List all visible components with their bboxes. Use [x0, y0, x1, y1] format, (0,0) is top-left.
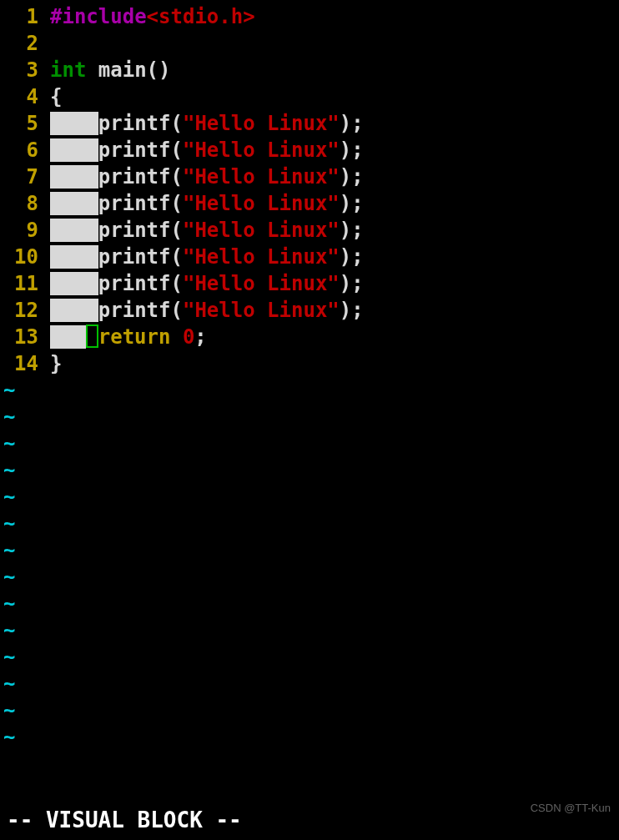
- line-number: 11: [0, 270, 50, 297]
- code-line[interactable]: 13 return 0;: [0, 324, 619, 350]
- paren-token: (: [171, 192, 183, 215]
- tilde-icon: ~: [0, 591, 15, 617]
- empty-line: ~: [0, 430, 619, 457]
- string-token: "Hello Linux": [183, 219, 340, 242]
- line-number: 6: [0, 137, 50, 163]
- watermark-text: CSDN @TT-Kun: [531, 795, 611, 822]
- cursor: [86, 324, 98, 348]
- code-line[interactable]: 2: [0, 30, 619, 57]
- paren-token: );: [340, 138, 364, 162]
- code-content[interactable]: int main(): [50, 57, 619, 83]
- function-token: printf: [98, 192, 171, 215]
- line-number: 2: [0, 30, 50, 57]
- code-content[interactable]: printf("Hello Linux");: [50, 270, 619, 297]
- empty-line: ~: [0, 511, 619, 537]
- space-token: [170, 325, 182, 349]
- empty-line: ~: [0, 484, 619, 511]
- line-number: 5: [0, 110, 50, 137]
- code-editor[interactable]: 1 #include<stdio.h> 2 3 int main() 4 { 5…: [0, 3, 619, 751]
- function-token: printf: [98, 112, 171, 135]
- code-content[interactable]: printf("Hello Linux");: [50, 297, 619, 324]
- code-content[interactable]: [50, 30, 619, 57]
- paren-token: );: [340, 192, 364, 215]
- visual-selection[interactable]: [50, 138, 98, 162]
- code-line[interactable]: 12 printf("Hello Linux");: [0, 297, 619, 324]
- paren-token: );: [340, 165, 364, 189]
- visual-selection[interactable]: [50, 165, 98, 189]
- function-token: printf: [98, 245, 171, 269]
- tilde-icon: ~: [0, 537, 15, 564]
- visual-selection[interactable]: [50, 272, 98, 295]
- code-content[interactable]: printf("Hello Linux");: [50, 163, 619, 190]
- brace-token: }: [50, 352, 62, 375]
- string-token: "Hello Linux": [183, 165, 340, 189]
- visual-selection[interactable]: [50, 245, 98, 269]
- code-line[interactable]: 11 printf("Hello Linux");: [0, 270, 619, 297]
- visual-selection[interactable]: [50, 325, 86, 349]
- code-line[interactable]: 5 printf("Hello Linux");: [0, 110, 619, 137]
- tilde-icon: ~: [0, 697, 15, 724]
- ident-token: main: [86, 58, 146, 82]
- string-token: "Hello Linux": [183, 245, 340, 269]
- code-content[interactable]: printf("Hello Linux");: [50, 190, 619, 217]
- visual-selection[interactable]: [50, 112, 98, 135]
- code-content[interactable]: printf("Hello Linux");: [50, 137, 619, 163]
- code-content[interactable]: printf("Hello Linux");: [50, 217, 619, 244]
- tilde-icon: ~: [0, 457, 15, 484]
- paren-token: );: [340, 272, 364, 295]
- visual-selection[interactable]: [50, 219, 98, 242]
- visual-selection[interactable]: [50, 299, 98, 322]
- line-number: 14: [0, 350, 50, 377]
- code-line[interactable]: 6 printf("Hello Linux");: [0, 137, 619, 163]
- line-number: 8: [0, 190, 50, 217]
- paren-token: (: [171, 112, 183, 135]
- code-line[interactable]: 14 }: [0, 350, 619, 377]
- paren-token: (: [171, 138, 183, 162]
- code-content[interactable]: return 0;: [50, 324, 619, 350]
- visual-selection[interactable]: [50, 192, 98, 215]
- paren-token: (: [171, 219, 183, 242]
- brace-token: {: [50, 85, 62, 108]
- keyword-token: return: [98, 325, 171, 349]
- empty-line: ~: [0, 537, 619, 564]
- function-token: printf: [98, 219, 171, 242]
- tilde-icon: ~: [0, 644, 15, 671]
- tilde-icon: ~: [0, 617, 15, 644]
- code-line[interactable]: 4 {: [0, 83, 619, 110]
- function-token: printf: [98, 165, 171, 189]
- tilde-icon: ~: [0, 430, 15, 457]
- empty-line: ~: [0, 644, 619, 671]
- paren-token: (: [171, 245, 183, 269]
- code-content[interactable]: printf("Hello Linux");: [50, 110, 619, 137]
- function-token: printf: [98, 299, 171, 322]
- code-line[interactable]: 3 int main(): [0, 57, 619, 83]
- code-line[interactable]: 7 printf("Hello Linux");: [0, 163, 619, 190]
- code-line[interactable]: 1 #include<stdio.h>: [0, 3, 619, 30]
- string-token: "Hello Linux": [183, 192, 340, 215]
- code-line[interactable]: 8 printf("Hello Linux");: [0, 190, 619, 217]
- tilde-icon: ~: [0, 671, 15, 697]
- paren-token: );: [340, 299, 364, 322]
- string-token: "Hello Linux": [183, 299, 340, 322]
- code-content[interactable]: {: [50, 83, 619, 110]
- paren-token: (: [171, 272, 183, 295]
- string-token: "Hello Linux": [183, 272, 340, 295]
- code-line[interactable]: 9 printf("Hello Linux");: [0, 217, 619, 244]
- paren-token: (: [171, 165, 183, 189]
- preproc-token: #include: [50, 5, 147, 28]
- empty-line: ~: [0, 697, 619, 724]
- paren-token: (: [171, 299, 183, 322]
- function-token: printf: [98, 138, 171, 162]
- mode-indicator: -- VISUAL BLOCK --: [7, 807, 242, 833]
- code-content[interactable]: printf("Hello Linux");: [50, 244, 619, 270]
- empty-line: ~: [0, 617, 619, 644]
- code-content[interactable]: #include<stdio.h>: [50, 3, 619, 30]
- tilde-icon: ~: [0, 484, 15, 511]
- empty-line: ~: [0, 457, 619, 484]
- type-token: int: [50, 58, 86, 82]
- line-number: 12: [0, 297, 50, 324]
- semicolon-token: ;: [194, 325, 206, 349]
- code-content[interactable]: }: [50, 350, 619, 377]
- empty-line: ~: [0, 724, 619, 751]
- code-line[interactable]: 10 printf("Hello Linux");: [0, 244, 619, 270]
